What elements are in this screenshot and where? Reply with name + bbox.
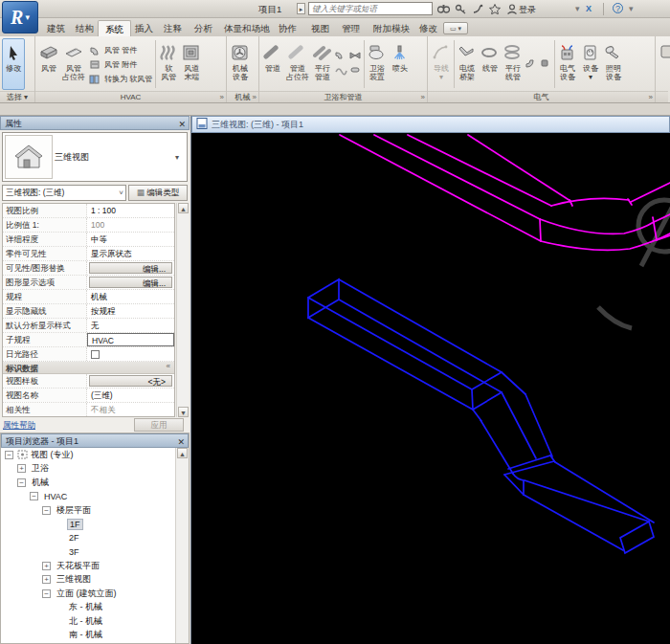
section-header-标识数据[interactable]: 标识数据«	[3, 362, 174, 374]
key-subscription-icon[interactable]	[453, 2, 468, 16]
tree-item-南 - 机械[interactable]: 南 - 机械	[1, 629, 175, 643]
help-icon[interactable]: ?	[613, 3, 623, 13]
panel-overflow-icon[interactable]: »	[253, 92, 257, 102]
tab-体量和场地[interactable]: 体量和场地	[217, 20, 277, 36]
tab-协作[interactable]: 协作	[272, 20, 303, 36]
expand-icon[interactable]: +	[42, 562, 51, 570]
search-expand-button[interactable]: ▸	[297, 3, 305, 14]
expand-icon[interactable]: +	[42, 575, 51, 584]
project-browser-close-icon[interactable]: ✕	[177, 435, 185, 449]
property-value[interactable]: 无	[87, 319, 174, 332]
satellite-communication-icon[interactable]	[470, 2, 485, 16]
search-input[interactable]	[308, 2, 433, 15]
tab-注释[interactable]: 注释	[157, 20, 189, 36]
instance-filter-dropdown[interactable]: 三维视图: (三维) ˅	[2, 185, 126, 201]
ribbon-button-机械设备[interactable]: 机械设备	[229, 38, 252, 90]
user-signin-icon[interactable]	[504, 2, 520, 16]
apply-button[interactable]: 应用	[134, 418, 184, 432]
tree-item-2F[interactable]: 2F	[1, 531, 175, 545]
property-value[interactable]: 100	[87, 218, 174, 232]
exchange-apps-icon[interactable]: X	[586, 4, 592, 13]
ribbon-button-conduit-fitting[interactable]	[540, 58, 552, 71]
project-browser-header[interactable]: 项目浏览器 - 项目1 ✕	[1, 433, 189, 448]
ribbon-button-平行线管[interactable]: 平行线管	[502, 38, 525, 90]
tree-item-东 - 机械[interactable]: 东 - 机械	[1, 601, 175, 615]
property-input[interactable]: HVAC	[87, 333, 174, 346]
type-selector[interactable]: 三维视图 ▾	[2, 132, 188, 182]
properties-header[interactable]: 属性 ✕	[0, 116, 190, 130]
panel-overflow-icon[interactable]: »	[649, 92, 653, 102]
ribbon-display-toggle-button[interactable]: ▭ ▾	[443, 22, 468, 34]
ribbon-button-软风管[interactable]: 软风管	[157, 38, 180, 90]
ribbon-button-风管[interactable]: 风管	[37, 38, 60, 90]
section-collapse-icon[interactable]: «	[167, 362, 174, 373]
ribbon-button-[interactable]	[658, 38, 670, 90]
ribbon-button-pipe-fitting[interactable]	[335, 51, 347, 63]
ribbon-button-喷头[interactable]: 喷头	[389, 38, 412, 90]
3d-view-svg[interactable]	[191, 133, 670, 644]
ribbon-button-设备[interactable]: 设备▾	[579, 38, 602, 90]
tree-item-天花板平面[interactable]: +天花板平面	[1, 559, 175, 573]
property-value[interactable]: 不相关	[87, 403, 174, 416]
magenta-duct[interactable]	[340, 135, 670, 250]
panel-overflow-icon[interactable]: »	[421, 92, 425, 102]
ribbon-button-风管占位符[interactable]: 风管占位符	[60, 38, 87, 90]
help-caret-icon[interactable]: ▾	[629, 4, 634, 13]
project-browser-scrollbar[interactable]: ▲	[175, 448, 189, 643]
tree-item-立面 (建筑立面)[interactable]: −立面 (建筑立面)	[1, 587, 175, 601]
app-title-bar[interactable]: R ▾ 项目1 ▸ 登录 ▾ X ? ▾	[0, 0, 670, 18]
tree-item-机械[interactable]: −机械	[1, 476, 175, 490]
scroll-down-icon[interactable]: ▼	[178, 407, 189, 417]
panel-label-机械[interactable]: 机械»	[227, 91, 258, 102]
signin-caret-icon[interactable]: ▾	[575, 4, 580, 13]
ribbon-button-电缆桥架[interactable]: 电缆桥架	[456, 38, 479, 90]
ribbon-button-pipe-valve[interactable]	[349, 65, 362, 78]
view-title-bar[interactable]: 三维视图: (三维) - 项目1	[191, 116, 670, 133]
blue-duct[interactable]	[308, 279, 654, 553]
properties-scrollbar[interactable]: ▲ ▼	[176, 203, 189, 417]
collapse-icon[interactable]: −	[17, 478, 26, 487]
ribbon-button-管道占位符[interactable]: 管道占位符	[284, 38, 311, 90]
property-value[interactable]: 按规程	[87, 304, 174, 318]
scroll-up-icon[interactable]: ▲	[177, 448, 188, 458]
ribbon-button-风管 管件[interactable]: 风管 管件	[89, 43, 152, 56]
revit-app-button[interactable]: R ▾	[2, 1, 38, 33]
binoculars-search-icon[interactable]	[436, 2, 451, 16]
tab-视图[interactable]: 视图	[304, 20, 336, 36]
panel-label-选择 ▾[interactable]: 选择 ▾	[0, 91, 34, 102]
drawing-canvas-3d-view[interactable]	[191, 133, 670, 644]
ribbon-button-修改[interactable]: 修改	[2, 38, 25, 90]
ribbon-button-平行管道[interactable]: 平行管道	[311, 38, 334, 90]
tab-分析[interactable]: 分析	[188, 20, 219, 36]
panel-label-电气[interactable]: 电气»	[428, 91, 655, 102]
property-value[interactable]: 中等	[87, 233, 174, 246]
panel-label-卫浴和管道[interactable]: 卫浴和管道»	[259, 91, 427, 102]
ribbon-button-线管[interactable]: 线管	[479, 38, 502, 90]
ribbon-button-卫浴装置[interactable]: 卫浴装置	[366, 38, 389, 90]
signin-label[interactable]: 登录	[519, 4, 536, 16]
ribbon-button-风管 附件[interactable]: 风管 附件	[89, 57, 152, 71]
tab-系统[interactable]: 系统	[98, 20, 131, 36]
ribbon-button-导线[interactable]: 导线▾	[430, 38, 453, 90]
properties-help-link[interactable]: 属性帮助	[3, 420, 35, 432]
panel-label-HVAC[interactable]: HVAC»	[35, 91, 226, 102]
checkbox[interactable]	[91, 350, 100, 359]
scroll-up-icon[interactable]: ▲	[178, 203, 189, 213]
property-value[interactable]: (三维)	[87, 389, 174, 402]
edit-button[interactable]: 编辑...	[89, 277, 172, 288]
ribbon-button-cable-tray-fitting[interactable]	[525, 58, 538, 71]
tab-附加模块[interactable]: 附加模块	[367, 20, 416, 36]
property-value[interactable]: 1 : 100	[87, 204, 174, 217]
tree-item-卫浴[interactable]: +卫浴	[1, 462, 175, 477]
tree-item-视图 (专业)[interactable]: −视图 (专业)	[1, 448, 175, 462]
panel-overflow-icon[interactable]: »	[220, 92, 224, 102]
edit-type-button[interactable]: ▦ 编辑类型	[128, 185, 188, 201]
edit-button[interactable]: <无>	[89, 375, 172, 387]
property-value[interactable]: 机械	[87, 290, 174, 303]
tree-item-1F[interactable]: 1F	[1, 518, 175, 532]
property-value[interactable]: 显示原状态	[87, 247, 174, 260]
type-selector-caret-icon[interactable]: ▾	[175, 153, 187, 162]
tree-item-HVAC[interactable]: −HVAC	[1, 490, 175, 504]
star-favorites-icon[interactable]	[487, 2, 502, 16]
ribbon-button-flex-pipe[interactable]	[335, 65, 347, 78]
